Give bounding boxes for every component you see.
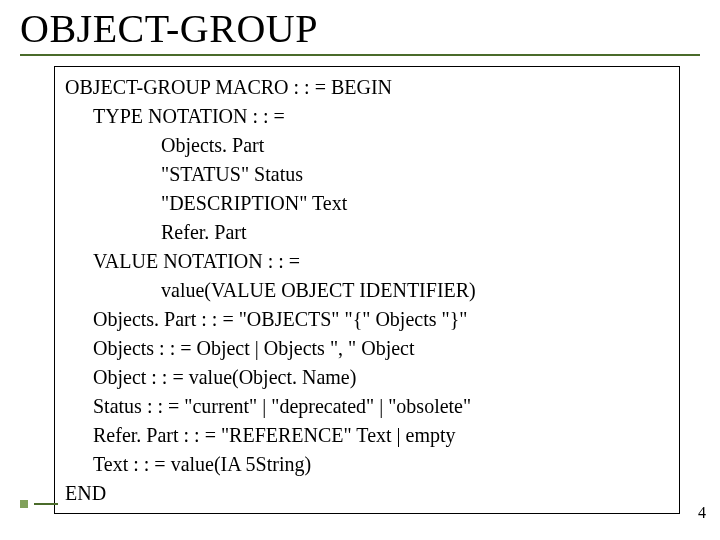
code-line: Object : : = value(Object. Name)	[65, 363, 669, 392]
content-box: OBJECT-GROUP MACRO : : = BEGIN TYPE NOTA…	[54, 66, 680, 514]
code-line: Refer. Part : : = "REFERENCE" Text | emp…	[65, 421, 669, 450]
code-line: Objects. Part : : = "OBJECTS" "{" Object…	[65, 305, 669, 334]
code-line: Status : : = "current" | "deprecated" | …	[65, 392, 669, 421]
title-area: OBJECT-GROUP	[20, 8, 700, 56]
slide: OBJECT-GROUP OBJECT-GROUP MACRO : : = BE…	[0, 0, 720, 540]
footer-rule	[34, 503, 58, 505]
title-underline	[20, 54, 700, 56]
code-line: Text : : = value(IA 5String)	[65, 450, 669, 479]
code-line: Refer. Part	[65, 218, 669, 247]
page-number: 4	[698, 504, 706, 522]
code-line: "DESCRIPTION" Text	[65, 189, 669, 218]
code-line: OBJECT-GROUP MACRO : : = BEGIN	[65, 73, 669, 102]
slide-title: OBJECT-GROUP	[20, 8, 700, 50]
code-line: Objects : : = Object | Objects ", " Obje…	[65, 334, 669, 363]
code-line: END	[65, 479, 669, 508]
code-line: Objects. Part	[65, 131, 669, 160]
code-line: VALUE NOTATION : : =	[65, 247, 669, 276]
code-line: value(VALUE OBJECT IDENTIFIER)	[65, 276, 669, 305]
footer-bullet-icon	[20, 500, 28, 508]
code-line: TYPE NOTATION : : =	[65, 102, 669, 131]
code-line: "STATUS" Status	[65, 160, 669, 189]
